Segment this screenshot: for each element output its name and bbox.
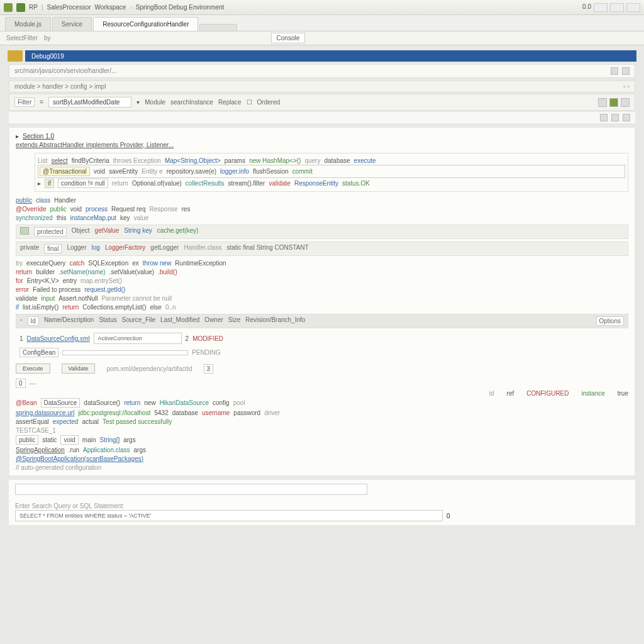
app-icon [4,3,13,12]
tab-1[interactable]: Module.js [5,17,51,31]
breadcrumb[interactable]: src/main/java/com/service/handler/... [14,67,116,75]
thin-icon-3[interactable] [623,114,630,121]
info-icon [20,227,29,235]
col-options[interactable]: Options [596,316,624,326]
doc-title-2: Workspace [95,4,126,11]
col-8[interactable]: Revision/Branch_Info [245,316,305,326]
minimize-button[interactable] [594,3,608,12]
table-row-link[interactable]: DataSourceConfig.xml [27,335,90,342]
row-input-2[interactable] [62,350,188,355]
search-box-1[interactable] [15,484,367,495]
bottom-section: Enter Search Query or SQL Statement: SEL… [9,480,635,525]
app-name: RP [29,4,38,11]
col-7[interactable]: Size [228,316,240,326]
tab-3[interactable]: ResourceConfigurationHandler [93,17,198,31]
filter-search[interactable]: searchInstance [170,99,213,106]
row-input-1[interactable]: ActiveConnection [94,333,182,344]
filter-replace[interactable]: Replace [218,99,242,106]
view-icon-1[interactable] [598,98,607,107]
col-2[interactable]: Name/Description [44,316,94,326]
col-5[interactable]: Last_Modified [160,316,199,326]
col-6[interactable]: Owner [204,316,223,326]
tab-row: Module.js Service ResourceConfigurationH… [0,15,644,31]
thin-toolbar [9,112,635,123]
filter-label[interactable]: Filter [14,97,35,107]
execute-button[interactable]: Execute [16,364,50,374]
titlebar: RP | SalesProcessor Workspace - SpringBo… [0,0,644,15]
row-2-box[interactable]: ConfigBean [19,348,58,357]
info-bar-2: privatefinalLoggerlogLoggerFactorygetLog… [16,242,628,256]
folder-icon[interactable] [8,50,23,62]
col-1[interactable]: Id [28,316,39,326]
validate-button[interactable]: Validate [62,364,96,374]
section-sub: extends AbstractHandler implements Provi… [16,142,174,148]
title-right: 0.0 [582,3,591,12]
maximize-button[interactable] [610,3,624,12]
sub-bc-icon[interactable]: ▫ ▫ [623,83,630,90]
col-3[interactable]: Status [99,316,116,326]
query-count: 0 [447,513,450,519]
thin-icon-2[interactable] [611,114,619,121]
breadcrumb-bar: src/main/java/com/service/handler/... [9,64,635,78]
filter-bar: Filter = sortByLastModifiedDate ▾ Module… [9,94,635,111]
search-label: Enter Search Query or SQL Statement: [15,502,125,509]
banner-text: Debug0019 [31,53,64,60]
view-icon-2[interactable] [609,98,618,107]
filter-ordered[interactable]: Ordered [257,99,280,106]
doc-title-1: SalesProcessor [47,4,91,11]
close-button[interactable] [626,3,640,12]
tool-label-1[interactable]: SelectFilter [6,35,38,42]
tab-4[interactable] [199,24,237,31]
filter-select[interactable]: sortByLastModifiedDate [48,97,131,108]
query-input[interactable]: SELECT * FROM entities WHERE status = 'A… [15,510,443,521]
main-content: ▸Section 1.0 extends AbstractHandler imp… [9,127,635,476]
bc-icon-2[interactable] [622,67,630,75]
col-4[interactable]: Source_File [122,316,155,326]
tab-2[interactable]: Service [52,17,92,31]
app-icon-2 [16,3,25,12]
filter-module[interactable]: Module [145,99,165,106]
banner: Debug0019 [25,50,636,62]
toolbar: SelectFilter by Console [0,31,644,45]
table-header: ▫ Id Name/Description Status Source_File… [16,314,628,328]
view-icon-3[interactable] [621,98,630,107]
section-header[interactable]: Section 1.0 [23,133,54,140]
thin-icon-1[interactable] [600,114,608,121]
info-bar-1: protectedObjectgetValueString keycache.g… [16,225,628,239]
tool-label-2: by [44,35,51,42]
sub-breadcrumb: module > handler > config > impl [14,83,106,90]
bc-icon-1[interactable] [611,67,618,75]
doc-title-3: SpringBoot Debug Environment [136,4,225,11]
console-chip[interactable]: Console [271,33,306,43]
